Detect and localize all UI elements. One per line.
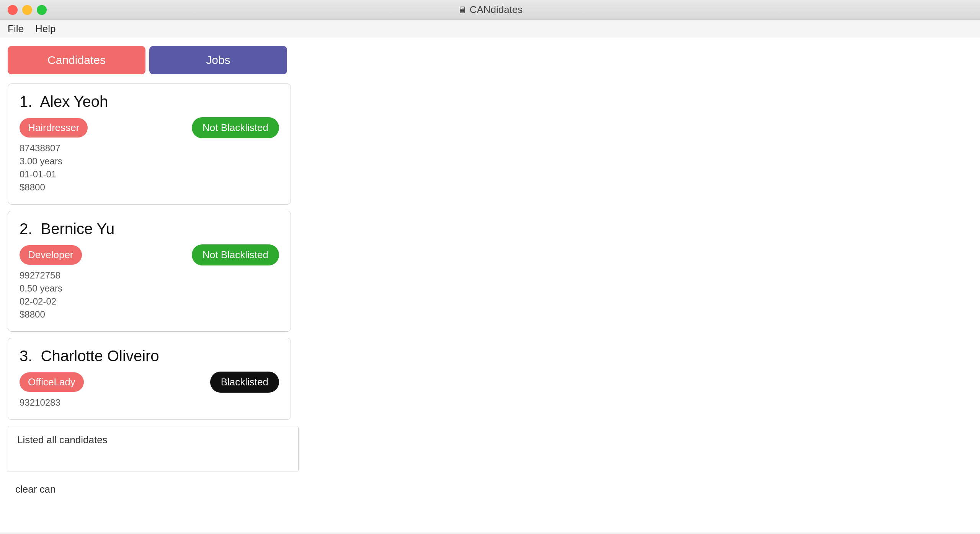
candidate-name: 1. Alex Yeoh [20, 93, 279, 110]
candidate-experience: 0.50 years [20, 283, 279, 294]
candidate-name: 3. Charlotte Oliveiro [20, 347, 279, 365]
command-area: clear can [8, 480, 972, 499]
app-title: CANdidates [470, 4, 523, 16]
status-message: Listed all candidates [17, 434, 108, 446]
candidate-phone: 87438807 [20, 143, 279, 154]
main-content: Candidates Jobs 1. Alex Yeoh Hairdresser… [0, 38, 980, 532]
menu-file[interactable]: File [8, 23, 24, 35]
candidate-row: Hairdresser Not Blacklisted [20, 117, 279, 138]
candidate-row: Developer Not Blacklisted [20, 244, 279, 265]
candidate-date: 02-02-02 [20, 296, 279, 307]
close-button[interactable] [8, 5, 18, 15]
title-bar: 🖥 CANdidates [0, 0, 980, 20]
candidate-card: 1. Alex Yeoh Hairdresser Not Blacklisted… [8, 84, 291, 205]
candidate-tag: Developer [20, 245, 82, 265]
menu-bar: File Help [0, 20, 980, 38]
window-controls [8, 5, 47, 15]
minimize-button[interactable] [22, 5, 32, 15]
candidate-tag: OfficeLady [20, 372, 84, 392]
candidate-card: 3. Charlotte Oliveiro OfficeLady Blackli… [8, 338, 291, 420]
candidate-status[interactable]: Not Blacklisted [192, 117, 279, 138]
menu-help[interactable]: Help [35, 23, 56, 35]
candidate-experience: 3.00 years [20, 156, 279, 167]
candidate-name: 2. Bernice Yu [20, 220, 279, 238]
app-icon: 🖥 [457, 5, 467, 15]
candidate-card: 2. Bernice Yu Developer Not Blacklisted … [8, 211, 291, 332]
maximize-button[interactable] [37, 5, 47, 15]
candidate-phone: 93210283 [20, 397, 279, 408]
candidates-list: 1. Alex Yeoh Hairdresser Not Blacklisted… [8, 84, 972, 420]
candidate-salary: $8800 [20, 182, 279, 193]
tab-bar: Candidates Jobs [8, 46, 291, 74]
tab-jobs[interactable]: Jobs [149, 46, 287, 74]
candidate-date: 01-01-01 [20, 169, 279, 180]
status-bar: Listed all candidates [8, 426, 299, 472]
candidate-row: OfficeLady Blacklisted [20, 372, 279, 393]
candidate-phone: 99272758 [20, 270, 279, 281]
candidate-status[interactable]: Blacklisted [210, 372, 279, 393]
candidate-status[interactable]: Not Blacklisted [192, 244, 279, 265]
tab-candidates[interactable]: Candidates [8, 46, 145, 74]
candidate-tag: Hairdresser [20, 118, 88, 138]
candidate-salary: $8800 [20, 309, 279, 320]
command-text[interactable]: clear can [15, 483, 56, 495]
title-bar-text: 🖥 CANdidates [457, 4, 523, 16]
